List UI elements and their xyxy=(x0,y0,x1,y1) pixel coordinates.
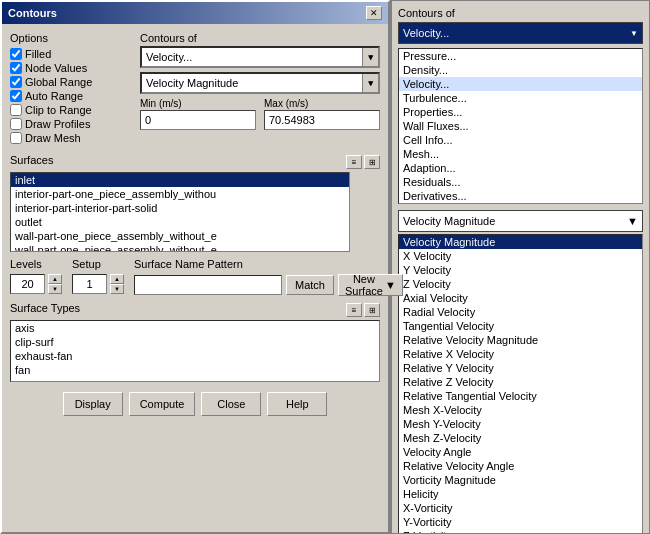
list-item[interactable]: axis xyxy=(11,321,379,335)
compute-button[interactable]: Compute xyxy=(129,392,196,416)
filled-checkbox[interactable] xyxy=(10,48,22,60)
list-item[interactable]: Properties... xyxy=(399,105,642,119)
min-input[interactable] xyxy=(140,110,256,130)
pattern-input[interactable] xyxy=(134,275,282,295)
right-velocity-magnitude-arrow: ▼ xyxy=(627,215,638,227)
velocity-magnitude-dropdown[interactable]: Velocity Magnitude ▼ xyxy=(140,72,380,94)
setup-up-btn[interactable]: ▲ xyxy=(110,274,124,284)
setup-input[interactable] xyxy=(72,274,107,294)
velocity-magnitude-dropdown-arrow[interactable]: ▼ xyxy=(362,74,378,92)
list-item[interactable]: Relative Velocity Angle xyxy=(399,459,642,473)
setup-spinner-btns: ▲ ▼ xyxy=(110,274,124,294)
global-range-checkbox[interactable] xyxy=(10,76,22,88)
surfaces-icon-btn1[interactable]: ≡ xyxy=(346,155,362,169)
draw-profiles-checkbox[interactable] xyxy=(10,118,22,130)
list-item[interactable]: X-Vorticity xyxy=(399,501,642,515)
draw-profiles-label: Draw Profiles xyxy=(25,118,90,130)
list-item[interactable]: Residuals... xyxy=(399,175,642,189)
list-item[interactable]: Z-Vorticity xyxy=(399,529,642,534)
list-item[interactable]: Adaption... xyxy=(399,161,642,175)
list-item[interactable]: inlet xyxy=(11,173,349,187)
draw-mesh-checkbox[interactable] xyxy=(10,132,22,144)
surfaces-icons: ≡ ⊞ xyxy=(346,155,380,169)
close-icon[interactable]: ✕ xyxy=(366,6,382,20)
list-item[interactable]: Relative Y Velocity xyxy=(399,361,642,375)
velocity-dropdown-arrow[interactable]: ▼ xyxy=(362,48,378,66)
list-item[interactable]: Mesh... xyxy=(399,147,642,161)
list-item[interactable]: wall-part-one_piece_assembly_without_e xyxy=(11,229,349,243)
right-velocity-magnitude-value: Velocity Magnitude xyxy=(403,215,495,227)
options-section: Options Filled Node Values Global Range … xyxy=(10,32,130,146)
list-item[interactable]: clip-surf xyxy=(11,335,379,349)
surface-types-section: Surface Types ≡ ⊞ axis clip-surf exhaust… xyxy=(10,302,380,382)
right-velocity-list[interactable]: Velocity Magnitude X Velocity Y Velocity… xyxy=(398,234,643,534)
list-item[interactable]: Z Velocity xyxy=(399,277,642,291)
list-item[interactable]: Axial Velocity xyxy=(399,291,642,305)
surfaces-icon-btn2[interactable]: ⊞ xyxy=(364,155,380,169)
list-item[interactable]: interior-part-one_piece_assembly_withou xyxy=(11,187,349,201)
list-item[interactable]: Radial Velocity xyxy=(399,305,642,319)
right-velocity-dropdown[interactable]: Velocity... ▼ xyxy=(398,22,643,44)
clip-to-range-checkbox[interactable] xyxy=(10,104,22,116)
list-item[interactable]: exhaust-fan xyxy=(11,349,379,363)
max-input[interactable] xyxy=(264,110,380,130)
auto-range-checkbox[interactable] xyxy=(10,90,22,102)
filled-row: Filled xyxy=(10,48,130,60)
list-item[interactable]: Wall Fluxes... xyxy=(399,119,642,133)
auto-range-row: Auto Range xyxy=(10,90,130,102)
list-item[interactable]: Derivatives... xyxy=(399,189,642,203)
surface-types-icon-btn2[interactable]: ⊞ xyxy=(364,303,380,317)
list-item[interactable]: Velocity Angle xyxy=(399,445,642,459)
surfaces-listbox[interactable]: inlet interior-part-one_piece_assembly_w… xyxy=(10,172,350,252)
list-item[interactable]: Y-Vorticity xyxy=(399,515,642,529)
list-item[interactable]: Mesh X-Velocity xyxy=(399,403,642,417)
levels-input[interactable] xyxy=(10,274,45,294)
list-item[interactable]: wall-part-one_piece_assembly_without_e xyxy=(11,243,349,252)
list-item[interactable]: Vorticity Magnitude xyxy=(399,473,642,487)
right-contours-of-label: Contours of xyxy=(398,7,643,19)
list-item[interactable]: Relative Z Velocity xyxy=(399,375,642,389)
levels-group: Levels ▲ ▼ xyxy=(10,258,62,294)
match-button[interactable]: Match xyxy=(286,275,334,295)
list-item[interactable]: Density... xyxy=(399,63,642,77)
levels-spinner: ▲ ▼ xyxy=(10,274,62,294)
node-values-checkbox[interactable] xyxy=(10,62,22,74)
list-item[interactable]: Tangential Velocity xyxy=(399,319,642,333)
contours-of-label: Contours of xyxy=(140,32,380,44)
list-item[interactable]: Velocity Magnitude xyxy=(399,235,642,249)
list-item[interactable]: fan xyxy=(11,363,379,377)
levels-up-btn[interactable]: ▲ xyxy=(48,274,62,284)
list-item[interactable]: Cell Info... xyxy=(399,133,642,147)
list-item[interactable]: Relative Tangential Velocity xyxy=(399,389,642,403)
list-item[interactable]: Turbulence... xyxy=(399,91,642,105)
list-item[interactable]: X Velocity xyxy=(399,249,642,263)
filled-label: Filled xyxy=(25,48,51,60)
list-item[interactable]: Y Velocity xyxy=(399,263,642,277)
levels-down-btn[interactable]: ▼ xyxy=(48,284,62,294)
new-surface-label: New Surface xyxy=(345,273,383,297)
right-category-list[interactable]: Pressure... Density... Velocity... Turbu… xyxy=(398,48,643,204)
dialog-title: Contours xyxy=(8,7,57,19)
velocity-dropdown[interactable]: Velocity... ▼ xyxy=(140,46,380,68)
options-label: Options xyxy=(10,32,130,44)
new-surface-button[interactable]: New Surface ▼ xyxy=(338,274,403,296)
help-button[interactable]: Help xyxy=(267,392,327,416)
surface-types-label: Surface Types xyxy=(10,302,80,314)
list-item[interactable]: Helicity xyxy=(399,487,642,501)
display-button[interactable]: Display xyxy=(63,392,123,416)
surface-types-icon-btn1[interactable]: ≡ xyxy=(346,303,362,317)
list-item[interactable]: Relative Velocity Magnitude xyxy=(399,333,642,347)
setup-down-btn[interactable]: ▼ xyxy=(110,284,124,294)
list-item[interactable]: outlet xyxy=(11,215,349,229)
close-button[interactable]: Close xyxy=(201,392,261,416)
draw-mesh-label: Draw Mesh xyxy=(25,132,81,144)
list-item[interactable]: Pressure... xyxy=(399,49,642,63)
right-velocity-magnitude-dropdown[interactable]: Velocity Magnitude ▼ xyxy=(398,210,643,232)
list-item[interactable]: interior-part-interior-part-solid xyxy=(11,201,349,215)
list-item[interactable]: Relative X Velocity xyxy=(399,347,642,361)
surface-name-pattern-group: Surface Name Pattern Match New Surface ▼ xyxy=(134,258,403,296)
list-item[interactable]: Mesh Y-Velocity xyxy=(399,417,642,431)
list-item[interactable]: Mesh Z-Velocity xyxy=(399,431,642,445)
surface-types-listbox[interactable]: axis clip-surf exhaust-fan fan xyxy=(10,320,380,382)
list-item[interactable]: Velocity... xyxy=(399,77,642,91)
